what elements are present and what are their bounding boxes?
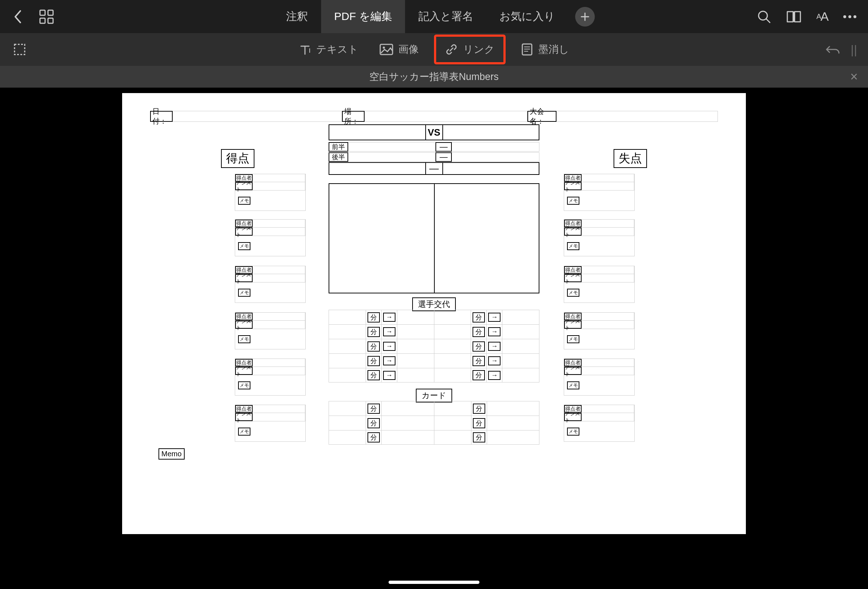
memo-small-label: メモ [567,289,579,297]
stat-card-left-2: 得点者アシストメモ [235,266,306,305]
add-tab-button[interactable] [576,7,595,27]
memo-small-label: メモ [238,381,251,390]
place-label: 場所： [342,111,365,122]
thumbnails-button[interactable] [39,9,54,24]
home-indicator [388,581,480,584]
assist-field [252,367,305,375]
sub-minute: 分 [366,354,382,368]
scorer-field [252,313,305,320]
assist-label: アシスト [564,227,582,236]
card-row: 分分 [329,430,539,445]
memo-label: Memo [158,448,185,459]
tab-edit-pdf[interactable]: PDF を編集 [321,0,405,33]
second-half-row: 後半 ― [329,152,539,162]
undo-button[interactable] [825,44,840,55]
vs-label: VS [426,124,442,140]
goals-against-label: 失点 [614,149,647,168]
stat-card-right-2: 得点者アシストメモ [564,266,635,305]
first-half-row: 前半 ― [329,142,539,152]
sub-minute: 分 [471,368,487,382]
stat-card-left-5: 得点者アシストメモ [235,404,306,444]
document-title: 空白サッカー指導表Numbers [369,70,499,83]
memo-small-label: メモ [238,335,251,343]
sub-arrow: → [487,325,502,339]
team-left [329,124,426,140]
card-cell [434,416,471,430]
close-document-button[interactable]: × [850,69,858,84]
sub-cell [434,354,471,368]
sub-minute: 分 [471,339,487,353]
substitution-table: 分→分→分→分→分→分→分→分→分→分→ [329,310,539,382]
image-tool[interactable]: 画像 [373,39,425,60]
assist-label: アシスト [235,413,252,421]
sub-cell [397,325,434,339]
goals-for-label: 得点 [221,149,254,168]
scorer-field [582,405,634,413]
card-minute: 分 [366,416,382,430]
page-viewport: 日付： 場所： 大会名： VS 前半 ― 後半 ― [0,87,868,589]
reader-view-button[interactable] [786,10,802,23]
memo-small-label: メモ [567,428,579,435]
back-button[interactable] [13,9,22,24]
selection-tool[interactable] [13,43,26,56]
tab-favorites[interactable]: お気に入り [486,0,568,33]
assist-field [252,274,305,282]
assist-field [582,227,634,236]
header-left [0,9,54,24]
tournament-field [557,111,718,122]
sub-cell [329,325,366,339]
card-cell [434,431,471,444]
svg-point-7 [853,15,856,18]
tournament-label: 大会名： [527,111,557,122]
text-tool-label: テキスト [316,43,359,56]
assist-field [252,182,305,190]
field-diagram [329,183,539,294]
sub-minute: 分 [471,354,487,368]
assist-label: アシスト [235,367,252,375]
card-minute: 分 [471,402,487,416]
assist-label: アシスト [564,367,582,375]
sub-cell [329,339,366,353]
date-field [173,111,342,122]
sub-minute: 分 [471,325,487,339]
card-minute: 分 [366,431,382,444]
stat-card-right-5: 得点者アシストメモ [564,404,635,444]
text-tool[interactable]: テキスト [293,39,364,60]
scorer-field [582,174,634,182]
toolbar-center: テキスト 画像 リンク 墨消し [293,34,575,64]
text-size-button[interactable]: AA [816,9,828,24]
search-button[interactable] [757,9,771,24]
scorer-field [582,266,634,274]
sub-cell [397,354,434,368]
link-icon [445,43,458,56]
sub-arrow: → [382,354,397,368]
text-icon [299,43,311,56]
redact-tool[interactable]: 墨消し [515,39,575,60]
svg-rect-3 [48,18,53,23]
tab-annotate[interactable]: 注釈 [273,0,321,33]
sub-cell [397,310,434,324]
more-button[interactable] [843,15,857,19]
assist-field [582,182,634,190]
total-row: ― [329,162,539,175]
sub-arrow: → [487,368,502,382]
card-header: カード [416,389,452,403]
image-icon [379,44,393,55]
stat-card-left-1: 得点者アシストメモ [235,219,306,258]
scorer-field [252,174,305,182]
tab-fill-sign[interactable]: 記入と署名 [405,0,486,33]
sub-cell [502,310,539,324]
assist-label: アシスト [235,227,252,236]
substitution-header: 選手交代 [412,297,456,311]
link-tool[interactable]: リンク [434,34,506,64]
sub-minute: 分 [366,325,382,339]
redact-icon [521,43,533,56]
scorer-field [252,220,305,227]
stat-card-right-0: 得点者アシストメモ [564,174,635,213]
pdf-page[interactable]: 日付： 場所： 大会名： VS 前半 ― 後半 ― [122,93,746,534]
sub-cell [329,354,366,368]
card-cell [487,431,539,444]
memo-small-label: メモ [567,242,579,250]
memo-small-label: メモ [567,335,579,343]
card-row: 分分 [329,401,539,416]
